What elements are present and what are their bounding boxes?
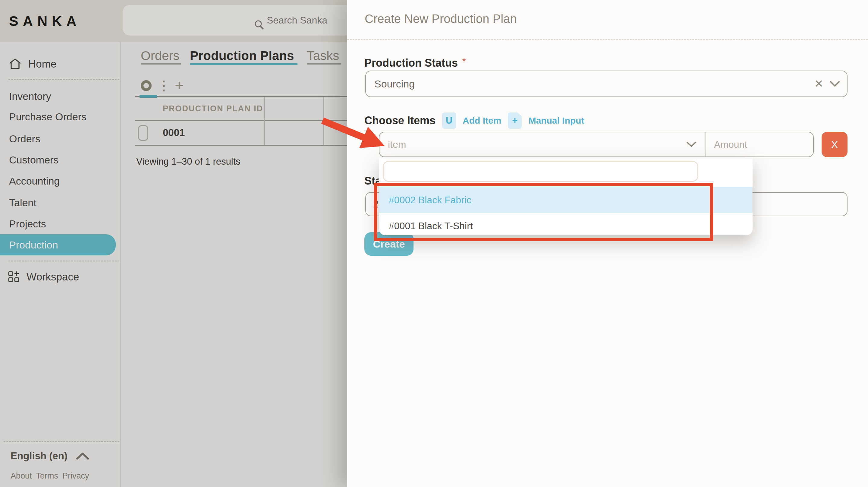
tab-tasks[interactable]: Tasks [307,49,339,63]
tab-underline [307,63,341,64]
search-input[interactable]: Search Sanka [123,5,352,36]
sidebar-item-orders[interactable]: Orders [9,133,40,145]
manual-input-button[interactable]: Manual Input [528,116,584,126]
sidebar-item-talent[interactable]: Talent [9,197,36,209]
create-production-plan-panel: Create New Production Plan Production St… [347,0,868,487]
add-item-bag-icon[interactable]: U [442,113,456,129]
privacy-link[interactable]: Privacy [62,471,89,481]
item-placeholder: item [388,139,406,150]
column-divider [264,97,265,145]
amount-input[interactable]: Amount [706,132,813,156]
active-view-indicator [140,95,157,98]
item-row: item Amount [379,132,814,157]
sidebar-item-accounting[interactable]: Accounting [9,175,60,187]
clear-icon[interactable]: ✕ [814,78,824,90]
column-divider [323,97,324,145]
item-select[interactable]: item [379,132,706,156]
row-checkbox[interactable] [138,125,148,141]
table-line [135,120,347,121]
production-status-select[interactable]: Sourcing ✕ [365,70,847,97]
terms-link[interactable]: Terms [36,471,59,481]
choose-items-label: Choose Items [364,114,435,127]
manual-input-file-plus-icon[interactable]: + [508,113,522,129]
amount-placeholder: Amount [714,139,747,150]
sidebar-item-projects[interactable]: Projects [9,218,46,230]
language-selector[interactable]: English (en) [10,450,89,462]
divider [135,96,347,97]
tab-production-plans[interactable]: Production Plans [190,49,294,63]
add-view-icon[interactable]: + [175,77,184,94]
home-icon [8,58,22,70]
sidebar-divider [4,441,119,442]
required-asterisk: * [462,56,466,67]
selected-status: Sourcing [374,78,415,90]
tab-underline [141,63,181,64]
chevron-up-icon [76,452,89,460]
annotation-rectangle [374,183,713,241]
sidebar-item-workspace[interactable]: Workspace [8,271,79,283]
chevron-down-icon[interactable] [830,81,840,87]
panel-title: Create New Production Plan [365,12,517,26]
add-item-button[interactable]: Add Item [463,116,501,126]
search-icon [253,19,265,31]
workspace-grid-plus-icon [8,271,20,283]
tab-orders[interactable]: Orders [141,49,179,63]
column-header-production-plan-id: PRODUCTION PLAN ID [163,104,263,113]
production-status-label: Production Status* [364,56,466,69]
sidebar-divider [8,79,119,80]
choose-items-row: Choose Items U Add Item + Manual Input [364,113,584,129]
kebab-menu-icon[interactable]: ⋮ [157,78,170,93]
sidebar-item-purchase-orders[interactable]: Purchase Orders [9,111,87,123]
sidebar [0,42,121,487]
table-line [135,145,347,146]
panel-divider [347,39,868,40]
footer-links: About Terms Privacy [10,471,89,481]
app-logo: SANKA [9,13,81,29]
search-placeholder: Search Sanka [267,15,327,26]
remove-item-button[interactable]: X [822,132,847,157]
view-circle-icon[interactable] [141,80,152,91]
production-plan-id-cell: 0001 [163,127,185,139]
sidebar-item-label: Production [9,239,58,251]
about-link[interactable]: About [10,471,32,481]
sidebar-item-home[interactable]: Home [8,58,56,70]
chevron-down-icon[interactable] [686,142,696,148]
pagination-status: Viewing 1–30 of 1 results [136,156,241,167]
tab-underline-active [190,63,298,65]
sidebar-item-customers[interactable]: Customers [9,154,59,166]
sidebar-item-inventory[interactable]: Inventory [9,90,51,102]
sidebar-divider [8,261,119,262]
dropdown-search-input[interactable] [383,161,698,182]
sidebar-item-production-active[interactable]: Production [0,234,116,255]
